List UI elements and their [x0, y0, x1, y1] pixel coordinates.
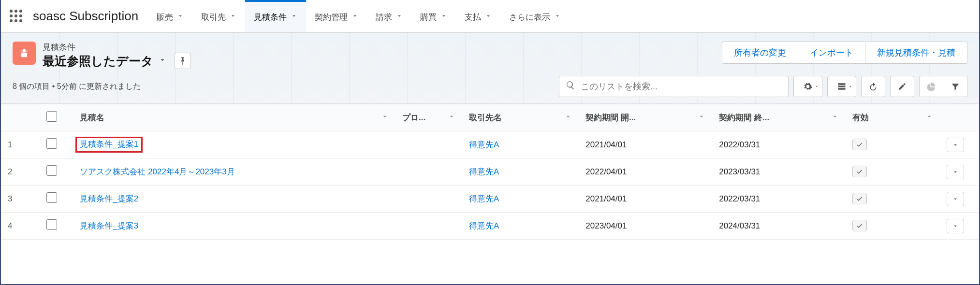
row-action-menu[interactable]: [947, 219, 964, 233]
check-icon: [856, 141, 863, 148]
row-action-menu[interactable]: [947, 192, 964, 206]
check-icon: [856, 168, 863, 175]
account-link[interactable]: 得意先A: [469, 194, 499, 203]
list-search-input[interactable]: [559, 76, 789, 97]
filter-button[interactable]: [943, 76, 967, 97]
table-row: 4見積条件_提案3得意先A2023/04/012024/03/31: [1, 213, 979, 240]
records-table: 見積名 プロ... 取引先名 契約期間 開... 契約期間 終... 有効 1見…: [1, 104, 979, 240]
chevron-down-icon[interactable]: [564, 113, 572, 123]
nav-items: 販売 取引先 見積条件 契約管理 請求 購買 支払 さらに表示: [148, 0, 570, 32]
chevron-down-icon[interactable]: [440, 12, 447, 22]
nav-item-payment[interactable]: 支払: [456, 0, 500, 32]
record-name-link[interactable]: 見積条件_提案2: [80, 194, 138, 203]
chevron-down-icon[interactable]: [925, 113, 933, 123]
valid-checkbox-readonly: [852, 220, 867, 231]
row-select-checkbox[interactable]: [46, 165, 57, 176]
record-name-link[interactable]: 見積条件_提案3: [80, 221, 138, 230]
svg-point-5: [19, 14, 22, 17]
select-all-checkbox[interactable]: [46, 111, 57, 122]
col-valid[interactable]: 有効: [846, 104, 940, 131]
cell-period-start: 2023/04/01: [579, 213, 712, 240]
cell-pro: [395, 158, 462, 185]
row-action-menu[interactable]: [947, 165, 964, 179]
nav-item-label: 請求: [376, 12, 392, 23]
import-button[interactable]: インポート: [798, 42, 865, 64]
list-header: 見積条件 最近参照したデータ 所有者の変更 インポート 新規見積条件・見積 8 …: [1, 33, 979, 104]
col-valid-label: 有効: [852, 112, 869, 123]
row-number: 1: [1, 131, 40, 158]
svg-point-2: [19, 10, 22, 13]
check-icon: [856, 195, 863, 202]
nav-item-contracts[interactable]: 契約管理: [306, 0, 367, 32]
refresh-button[interactable]: [861, 76, 885, 97]
chevron-down-icon[interactable]: [396, 12, 403, 22]
svg-point-9: [23, 49, 26, 53]
nav-item-label: 購買: [420, 12, 437, 23]
col-pro[interactable]: プロ...: [395, 104, 462, 131]
chevron-down-icon[interactable]: [485, 12, 492, 22]
col-end-label: 契約期間 終...: [719, 112, 769, 123]
waffle-icon: [9, 9, 23, 23]
table-header-row: 見積名 プロ... 取引先名 契約期間 開... 契約期間 終... 有効: [1, 104, 979, 131]
nav-item-label: 契約管理: [315, 12, 348, 23]
svg-point-8: [19, 19, 22, 22]
chevron-down-icon[interactable]: [831, 113, 839, 123]
change-owner-button[interactable]: 所有者の変更: [722, 42, 798, 64]
app-name: soasc Subscription: [31, 9, 148, 24]
row-number: 4: [1, 213, 40, 240]
account-link[interactable]: 得意先A: [469, 167, 499, 176]
svg-point-7: [15, 19, 17, 22]
display-as-button[interactable]: [827, 76, 856, 97]
list-view-switcher[interactable]: [158, 56, 167, 67]
check-icon: [856, 222, 863, 229]
account-link[interactable]: 得意先A: [469, 140, 499, 149]
edit-nav-button[interactable]: [960, 11, 974, 21]
col-account-label: 取引先名: [469, 112, 502, 123]
record-name-link[interactable]: ソアスク株式会社 2022年4月～2023年3月: [80, 167, 234, 176]
nav-item-quote-conditions[interactable]: 見積条件: [245, 0, 306, 32]
record-name-link[interactable]: 見積条件_提案1: [80, 140, 138, 149]
account-link[interactable]: 得意先A: [469, 221, 499, 230]
nav-item-billing[interactable]: 請求: [367, 0, 411, 32]
col-pro-label: プロ...: [402, 112, 425, 123]
chevron-down-icon[interactable]: [177, 12, 184, 22]
pin-list-button[interactable]: [175, 53, 191, 69]
row-number: 2: [1, 158, 40, 185]
nav-item-purchase[interactable]: 購買: [411, 0, 456, 32]
col-period-start[interactable]: 契約期間 開...: [579, 104, 712, 131]
global-navbar: soasc Subscription 販売 取引先 見積条件 契約管理 請求 購…: [1, 0, 979, 33]
chevron-down-icon[interactable]: [230, 12, 236, 22]
chevron-down-icon[interactable]: [448, 113, 455, 123]
nav-item-accounts[interactable]: 取引先: [192, 0, 245, 32]
cell-period-end: 2024/03/31: [712, 213, 846, 240]
pie-chart-icon: [926, 82, 936, 91]
chart-button: [919, 76, 943, 97]
inline-edit-button[interactable]: [890, 76, 914, 97]
nav-item-sales[interactable]: 販売: [148, 0, 192, 32]
chevron-down-icon[interactable]: [381, 113, 389, 123]
app-launcher-button[interactable]: [6, 6, 26, 26]
col-period-end[interactable]: 契約期間 終...: [712, 104, 846, 131]
new-quote-button[interactable]: 新規見積条件・見積: [865, 42, 967, 64]
pin-icon: [178, 57, 187, 65]
row-number: 3: [1, 185, 40, 213]
col-rownum: [1, 104, 40, 131]
cell-period-end: 2022/03/31: [712, 185, 846, 213]
col-name[interactable]: 見積名: [73, 104, 395, 131]
table-row: 3見積条件_提案2得意先A2021/04/012022/03/31: [1, 185, 979, 213]
chevron-down-icon[interactable]: [698, 113, 705, 123]
row-select-checkbox[interactable]: [46, 138, 57, 149]
col-start-label: 契約期間 開...: [585, 112, 636, 123]
table-row: 1見積条件_提案1得意先A2021/04/012022/03/31: [1, 131, 979, 158]
row-select-checkbox[interactable]: [46, 219, 57, 230]
list-view-controls-button[interactable]: [793, 76, 822, 97]
cell-period-start: 2021/04/01: [579, 185, 712, 213]
nav-item-more[interactable]: さらに表示: [500, 0, 570, 32]
col-account[interactable]: 取引先名: [462, 104, 579, 131]
row-select-checkbox[interactable]: [46, 192, 57, 203]
list-status-text: 8 個の項目 • 5分前 に更新されました: [13, 82, 141, 92]
chevron-down-icon[interactable]: [351, 12, 358, 22]
valid-checkbox-readonly: [852, 193, 867, 204]
chevron-down-icon[interactable]: [291, 12, 297, 22]
row-action-menu[interactable]: [947, 138, 964, 152]
